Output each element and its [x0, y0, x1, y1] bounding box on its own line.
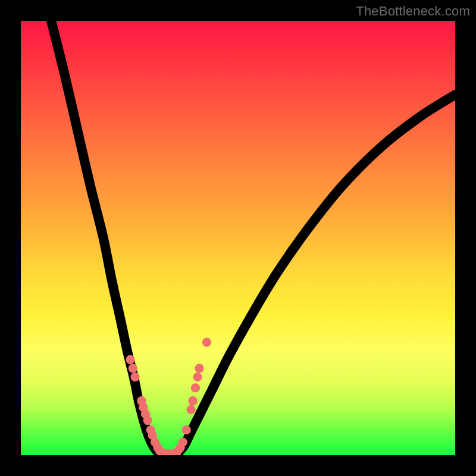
data-point [126, 355, 134, 364]
data-point [129, 364, 137, 372]
data-point [193, 372, 202, 381]
chart-root: TheBottleneck.com [0, 0, 476, 476]
data-point [143, 416, 152, 425]
plot-area [21, 21, 455, 455]
data-point [195, 364, 203, 372]
data-point [130, 372, 139, 381]
data-point [181, 425, 190, 434]
data-point [188, 396, 197, 405]
data-point [191, 383, 200, 392]
data-point [178, 437, 187, 446]
data-point [202, 338, 211, 347]
watermark-text: TheBottleneck.com [356, 4, 470, 19]
left-curve [51, 21, 160, 453]
right-curve [177, 95, 455, 453]
data-point [186, 405, 195, 414]
chart-svg [21, 21, 455, 455]
